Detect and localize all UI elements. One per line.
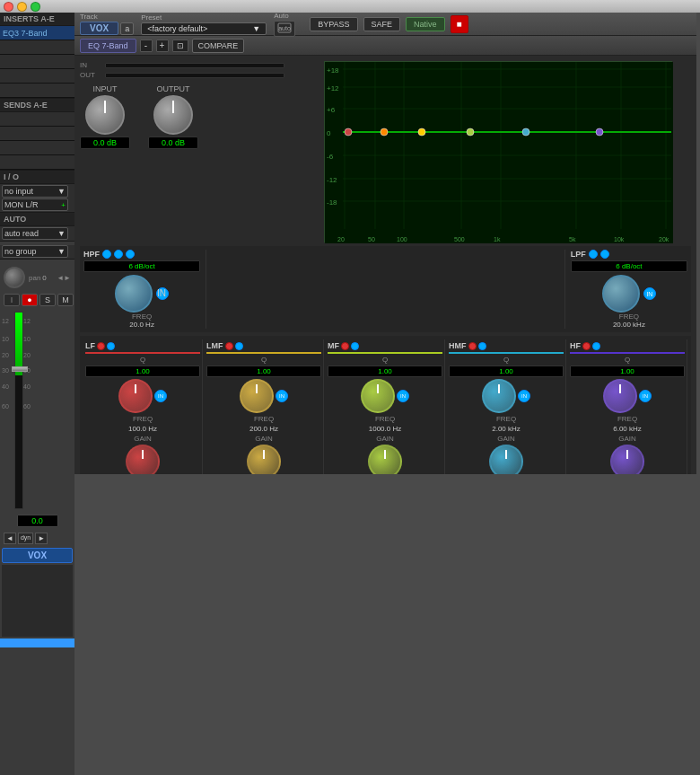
group-section: no group ▼ xyxy=(0,245,74,260)
band-hmf-toggle1[interactable] xyxy=(468,342,477,350)
hpf-led[interactable] xyxy=(126,250,135,259)
auto-section: AUTO auto read ▼ xyxy=(0,213,74,242)
solo-button[interactable]: S xyxy=(39,294,56,306)
plugin-header-row2: EQ 7-Band - + ⊡ COMPARE xyxy=(74,36,696,56)
eq-display xyxy=(324,61,672,242)
band-lf-q-knob[interactable] xyxy=(118,379,153,413)
band-lf-q-display: 1.00 xyxy=(85,365,200,377)
band-mf-toggle1[interactable] xyxy=(341,342,349,350)
inserts-label: INSERTS A-E xyxy=(0,13,74,26)
mute-button[interactable]: M xyxy=(57,294,74,306)
insert-slot-1[interactable]: EQ3 7-Band xyxy=(0,26,74,40)
hpf-freq-knob[interactable] xyxy=(115,275,153,313)
band-hf-toggle1[interactable] xyxy=(582,342,591,350)
track-ab-button[interactable]: a xyxy=(120,22,134,35)
sends-label: SENDS A-E xyxy=(0,99,74,112)
band-lf-freq-value: 100.0 Hz xyxy=(128,425,157,433)
sends-section: SENDS A-E xyxy=(0,99,74,171)
monitor-button[interactable]: ● xyxy=(22,294,38,306)
in-meter-bar xyxy=(105,63,284,68)
band-hmf-q-label: Q xyxy=(503,356,509,364)
close-button[interactable] xyxy=(4,2,13,12)
lpf-label: LPF xyxy=(571,250,586,259)
io-section: I / O no input ▼ MON L/R + xyxy=(0,171,74,213)
plugin-header-row1: Track VOX a Preset <factory default> ▼ A… xyxy=(74,13,696,36)
send-slot-1[interactable] xyxy=(0,112,74,127)
auto-mode-dropdown[interactable]: auto read ▼ xyxy=(2,227,68,240)
transport-dyn[interactable]: dyn xyxy=(18,533,33,544)
pan-knob[interactable] xyxy=(4,267,25,288)
pan-arrow: ◄► xyxy=(57,274,71,282)
auto-group: Auto auto xyxy=(274,12,295,37)
compare-button[interactable]: COMPARE xyxy=(192,39,245,53)
channel-bottom xyxy=(2,565,73,637)
band-lf-toggle1[interactable] xyxy=(97,342,105,350)
hpf-toggle[interactable] xyxy=(102,250,111,259)
insert-slot-2[interactable] xyxy=(0,40,74,55)
band-hmf-q-knob[interactable] xyxy=(482,379,516,413)
band-mf-in-btn[interactable]: IN xyxy=(397,390,409,402)
lpf-led[interactable] xyxy=(600,250,609,259)
minus-button[interactable]: - xyxy=(140,40,153,52)
send-slot-4[interactable] xyxy=(0,155,74,170)
band-mf-gain-label: GAIN xyxy=(376,435,394,443)
auto-icon-button[interactable]: auto xyxy=(274,21,295,37)
insert-slot-3[interactable] xyxy=(0,55,74,69)
hpf-toggle2[interactable] xyxy=(114,250,123,259)
transport-left[interactable]: ◄ xyxy=(4,533,16,544)
lpf-toggle[interactable] xyxy=(589,250,598,259)
band-lf-toggle2[interactable] xyxy=(107,342,115,350)
io-row: IN OUT INPUT xyxy=(80,61,691,242)
hpf-section: HPF 6 dB/oct IN FREQ 20.0 Hz xyxy=(83,250,206,329)
band-lf-in-btn[interactable]: IN xyxy=(154,390,167,402)
copy-button[interactable]: ⊡ xyxy=(172,40,188,52)
bypass-button[interactable]: BYPASS xyxy=(310,17,357,31)
track-name-button[interactable]: VOX xyxy=(80,22,118,35)
auto-header-label: Auto xyxy=(274,12,295,20)
lpf-header: LPF xyxy=(571,250,687,259)
band-lmf-toggle1[interactable] xyxy=(225,342,233,350)
filter-section: HPF 6 dB/oct IN FREQ 20.0 Hz xyxy=(80,246,691,332)
eq-band-lf: LF Q 1.00 IN FREQ 100.0 Hz GAIN 0.0 dB xyxy=(83,339,203,494)
preset-dropdown[interactable]: <factory default> ▼ xyxy=(141,22,267,35)
native-button[interactable]: Native xyxy=(406,17,445,31)
band-lmf-toggle2[interactable] xyxy=(235,342,243,350)
band-mf-toggle2[interactable] xyxy=(351,342,359,350)
band-mf-q-knob[interactable] xyxy=(361,379,395,413)
band-hf-in-btn[interactable]: IN xyxy=(639,390,652,402)
band-lmf-freq-value: 200.0 Hz xyxy=(249,425,278,433)
band-hf-q-knob[interactable] xyxy=(603,379,637,413)
send-slot-2[interactable] xyxy=(0,127,74,141)
transport-right[interactable]: ► xyxy=(35,533,48,544)
eq-name-button[interactable]: EQ 7-Band xyxy=(80,39,136,53)
input-knob[interactable] xyxy=(85,95,125,135)
maximize-button[interactable] xyxy=(31,2,40,12)
band-lmf-q-knob[interactable] xyxy=(240,379,274,413)
hpf-in-button[interactable]: IN xyxy=(156,287,169,300)
fader-track[interactable] xyxy=(14,312,23,509)
band-lf-label: LF xyxy=(85,341,95,350)
safe-button[interactable]: SAFE xyxy=(363,17,401,31)
send-slot-3[interactable] xyxy=(0,141,74,155)
band-hmf-in-btn[interactable]: IN xyxy=(518,390,530,402)
fader-handle[interactable] xyxy=(12,366,28,372)
output-dropdown[interactable]: MON L/R + xyxy=(2,198,68,211)
band-hmf-toggle2[interactable] xyxy=(478,342,486,350)
record-button[interactable]: I xyxy=(4,294,20,306)
output-group: OUTPUT 0.0 dB xyxy=(148,84,198,149)
minimize-button[interactable] xyxy=(17,2,27,12)
insert-slot-5[interactable] xyxy=(0,84,74,98)
lpf-slope-display: 6 dB/oct xyxy=(571,260,687,272)
lpf-in-button[interactable]: IN xyxy=(643,287,656,300)
insert-slot-4[interactable] xyxy=(0,69,74,84)
lpf-freq-knob[interactable] xyxy=(602,275,640,313)
band-lmf-in-btn[interactable]: IN xyxy=(276,390,288,402)
input-dropdown[interactable]: no input ▼ xyxy=(2,185,68,198)
plus-button[interactable]: + xyxy=(156,40,169,52)
output-knob[interactable] xyxy=(153,95,193,135)
group-dropdown[interactable]: no group ▼ xyxy=(2,245,68,258)
band-hf-toggle2[interactable] xyxy=(592,342,600,350)
eq-bands-row: LF Q 1.00 IN FREQ 100.0 Hz GAIN 0.0 dB L… xyxy=(80,336,691,498)
plugin-close-button[interactable]: ■ xyxy=(451,15,468,33)
output-knob-indicator xyxy=(172,101,174,113)
